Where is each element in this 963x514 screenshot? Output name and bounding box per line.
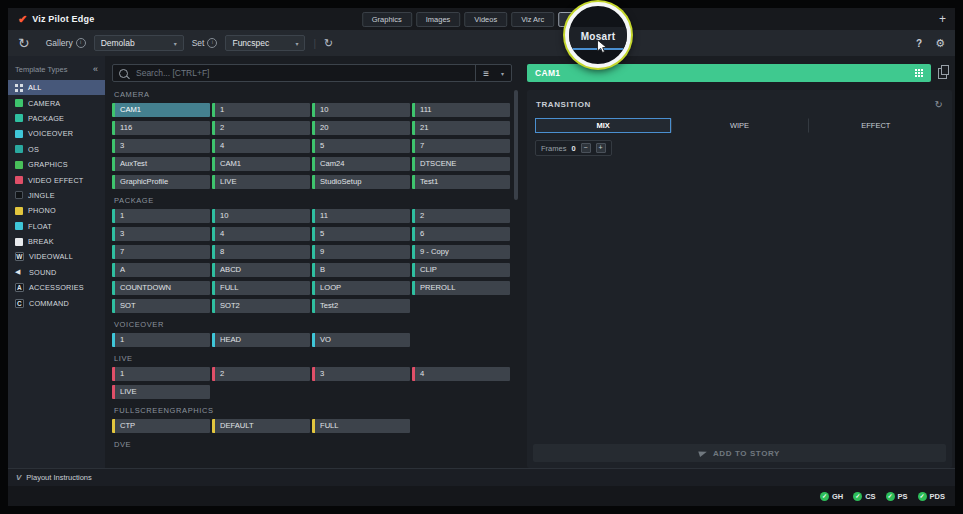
template-clip[interactable]: CLIP xyxy=(412,263,510,277)
sidebar-item-accessories[interactable]: AACCESSORIES xyxy=(8,280,105,295)
template-sot[interactable]: SOT xyxy=(112,299,210,313)
scrollbar[interactable] xyxy=(514,90,518,200)
template-2[interactable]: 2 xyxy=(212,367,310,381)
template-3[interactable]: 3 xyxy=(112,227,210,241)
letter-icon: C xyxy=(15,299,24,308)
list-icon: ≡ xyxy=(483,68,489,79)
sidebar-item-all[interactable]: ALL xyxy=(8,80,105,95)
sidebar-item-break[interactable]: BREAK xyxy=(8,234,105,249)
template-21[interactable]: 21 xyxy=(412,121,510,135)
sidebar-item-command[interactable]: CCOMMAND xyxy=(8,295,105,310)
template-5[interactable]: 5 xyxy=(312,139,410,153)
template-ctp[interactable]: CTP xyxy=(112,419,210,433)
sidebar-item-sound[interactable]: ◀SOUND xyxy=(8,265,105,280)
search-input[interactable] xyxy=(134,67,475,79)
copy-icon[interactable] xyxy=(938,68,947,79)
template-2[interactable]: 2 xyxy=(212,121,310,135)
template-graphicprofile[interactable]: GraphicProfile xyxy=(112,175,210,189)
template-5[interactable]: 5 xyxy=(312,227,410,241)
refresh-icon[interactable]: ↻ xyxy=(935,99,943,110)
sidebar-item-phono[interactable]: PHONO xyxy=(8,203,105,218)
sidebar-item-graphics[interactable]: GRAPHICS xyxy=(8,157,105,172)
template-test1[interactable]: Test1 xyxy=(412,175,510,189)
template-9[interactable]: 9 xyxy=(312,245,410,259)
sidebar-item-package[interactable]: PACKAGE xyxy=(8,111,105,126)
template-1[interactable]: 1 xyxy=(112,333,210,347)
set-select[interactable]: Funcspec ▾ xyxy=(225,35,305,51)
frames-decrement-button[interactable]: − xyxy=(581,143,591,153)
template-vo[interactable]: VO xyxy=(312,333,410,347)
tab-videos[interactable]: Videos xyxy=(464,12,507,27)
template-dtscene[interactable]: DTSCENE xyxy=(412,157,510,171)
help-icon[interactable]: ? xyxy=(916,38,922,49)
info-icon[interactable]: i xyxy=(207,38,217,48)
frames-increment-button[interactable]: + xyxy=(596,143,606,153)
template-head[interactable]: HEAD xyxy=(212,333,310,347)
template-full[interactable]: FULL xyxy=(212,281,310,295)
template-6[interactable]: 6 xyxy=(412,227,510,241)
template-2[interactable]: 2 xyxy=(412,209,510,223)
transition-tab-effect[interactable]: EFFECT xyxy=(808,118,944,133)
template-3[interactable]: 3 xyxy=(312,367,410,381)
sidebar-item-float[interactable]: FLOAT xyxy=(8,219,105,234)
template-11[interactable]: 11 xyxy=(312,209,410,223)
template-8[interactable]: 8 xyxy=(212,245,310,259)
template-7[interactable]: 7 xyxy=(112,245,210,259)
template-1[interactable]: 1 xyxy=(112,209,210,223)
tab-viz-arc[interactable]: Viz Arc xyxy=(511,12,554,27)
template-10[interactable]: 10 xyxy=(312,103,410,117)
template-116[interactable]: 116 xyxy=(112,121,210,135)
template-3[interactable]: 3 xyxy=(112,139,210,153)
template-countdown[interactable]: COUNTDOWN xyxy=(112,281,210,295)
sidebar-item-videowall[interactable]: WVIDEOWALL xyxy=(8,249,105,264)
template-sot2[interactable]: SOT2 xyxy=(212,299,310,313)
template-1[interactable]: 1 xyxy=(212,103,310,117)
template-cam1[interactable]: CAM1 xyxy=(112,103,210,117)
sidebar-item-jingle[interactable]: JINGLE xyxy=(8,188,105,203)
template-full[interactable]: FULL xyxy=(312,419,410,433)
template-test2[interactable]: Test2 xyxy=(312,299,410,313)
sidebar-item-os[interactable]: OS xyxy=(8,142,105,157)
all-grid-icon xyxy=(15,84,23,92)
template-loop[interactable]: LOOP xyxy=(312,281,410,295)
add-to-story-button[interactable]: ADD TO STORY xyxy=(533,444,946,462)
tab-images[interactable]: Images xyxy=(416,12,461,27)
selected-template-bar[interactable]: CAM1 xyxy=(527,64,931,82)
template-7[interactable]: 7 xyxy=(412,139,510,153)
gear-icon[interactable]: ⚙ xyxy=(935,37,945,50)
template-cam24[interactable]: Cam24 xyxy=(312,157,410,171)
sidebar-item-camera[interactable]: CAMERA xyxy=(8,95,105,110)
template-auxtest[interactable]: AuxTest xyxy=(112,157,210,171)
sidebar-item-video-effect[interactable]: VIDEO EFFECT xyxy=(8,172,105,187)
template-4[interactable]: 4 xyxy=(212,139,310,153)
template-live[interactable]: LIVE xyxy=(212,175,310,189)
add-panel-button[interactable]: + xyxy=(939,8,946,30)
refresh-icon[interactable]: ↻ xyxy=(324,37,333,50)
sidebar-item-label: COMMAND xyxy=(29,299,69,308)
template-9-copy[interactable]: 9 - Copy xyxy=(412,245,510,259)
template-b[interactable]: B xyxy=(312,263,410,277)
template-1[interactable]: 1 xyxy=(112,367,210,381)
template-preroll[interactable]: PREROLL xyxy=(412,281,510,295)
sidebar-item-voiceover[interactable]: VOICEOVER xyxy=(8,126,105,141)
template-4[interactable]: 4 xyxy=(412,367,510,381)
template-4[interactable]: 4 xyxy=(212,227,310,241)
info-icon[interactable]: i xyxy=(76,38,86,48)
transition-tab-mix[interactable]: MIX xyxy=(535,118,671,133)
playout-instructions-bar[interactable]: V Playout Instructions xyxy=(8,468,955,486)
template-10[interactable]: 10 xyxy=(212,209,310,223)
template-studiosetup[interactable]: StudioSetup xyxy=(312,175,410,189)
tab-graphics[interactable]: Graphics xyxy=(362,12,412,27)
transition-tab-wipe[interactable]: WIPE xyxy=(671,118,807,133)
drag-handle-icon[interactable] xyxy=(915,69,924,78)
template-default[interactable]: DEFAULT xyxy=(212,419,310,433)
template-live[interactable]: LIVE xyxy=(112,385,210,399)
gallery-select[interactable]: Demolab ▾ xyxy=(94,35,184,51)
template-20[interactable]: 20 xyxy=(312,121,410,135)
list-view-menu-button[interactable]: ≡ ▾ xyxy=(475,65,511,81)
template-a[interactable]: A xyxy=(112,263,210,277)
template-abcd[interactable]: ABCD xyxy=(212,263,310,277)
collapse-sidebar-icon[interactable]: « xyxy=(93,64,98,74)
template-cam1[interactable]: CAM1 xyxy=(212,157,310,171)
template-111[interactable]: 111 xyxy=(412,103,510,117)
